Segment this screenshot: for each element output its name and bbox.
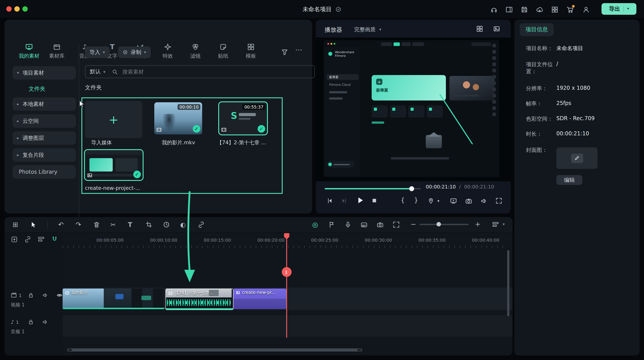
sidebar-item-cloud[interactable]: ▸ 云空间: [12, 114, 76, 128]
sidebar-item-compound-clip[interactable]: ▸ 复合片段: [12, 148, 76, 162]
zoom-slider-handle[interactable]: [436, 222, 441, 226]
account-icon[interactable]: [582, 6, 590, 13]
sidebar-item-photos-library[interactable]: Photos Library: [12, 165, 76, 179]
select-tool-icon[interactable]: [30, 221, 37, 228]
search-input[interactable]: [122, 68, 310, 75]
mute-icon[interactable]: [42, 319, 48, 325]
clip-image-1[interactable]: create-new-pr...: [234, 289, 286, 309]
edit-cover-button[interactable]: [571, 154, 583, 163]
subtitle-icon[interactable]: [360, 221, 368, 228]
sidebar-item-adjustment-layer[interactable]: ▸ 调整图层: [12, 131, 76, 145]
sidebar-item-project-media[interactable]: ▾ 项目素材: [12, 66, 76, 79]
caret-right-icon: ▸: [17, 136, 19, 140]
vertical-scrollbar[interactable]: [507, 250, 510, 316]
redo-icon[interactable]: ↷: [76, 221, 83, 228]
seek-bar[interactable]: [325, 186, 421, 191]
snapshot-camera-icon[interactable]: [465, 197, 472, 204]
field-label: 时长：: [526, 130, 554, 138]
zoom-in-icon[interactable]: +: [475, 220, 482, 227]
delete-icon[interactable]: [93, 221, 100, 228]
tab-templates[interactable]: 模板: [237, 43, 265, 59]
panel-layout-icon[interactable]: [505, 6, 513, 13]
notifications-icon[interactable]: [551, 6, 558, 13]
display-output-icon[interactable]: [450, 197, 457, 204]
zoom-out-icon[interactable]: −: [410, 220, 418, 227]
cart-badge: [572, 5, 575, 7]
default-filter-dropdown[interactable]: 默认▾: [90, 68, 105, 75]
add-to-track-icon[interactable]: [11, 236, 18, 243]
cloud-upload-icon[interactable]: [536, 6, 544, 13]
voiceover-mic-icon[interactable]: [344, 221, 352, 228]
zoom-slider[interactable]: [420, 224, 469, 225]
assistant-icon[interactable]: [490, 6, 498, 13]
sidebar-item-folder[interactable]: 文件夹: [12, 83, 76, 95]
marker-chevron-icon[interactable]: ▾: [438, 199, 440, 203]
clip-video-2-selected[interactable]: 【74】2-第十七章...: [166, 289, 234, 310]
tab-stock-media[interactable]: 素材库: [43, 43, 71, 59]
quality-dropdown[interactable]: 完整画质▾: [350, 24, 386, 35]
ruler-tick: 00:00:05:00: [92, 238, 128, 242]
export-button[interactable]: 导出 ▾: [602, 3, 636, 15]
mark-in-icon[interactable]: {: [401, 196, 405, 204]
playhead-pin[interactable]: [284, 233, 289, 237]
playhead[interactable]: [286, 234, 287, 338]
player-media-icon[interactable]: [493, 25, 500, 33]
snap-magnet-icon[interactable]: [51, 236, 58, 243]
edit-button[interactable]: 编辑: [556, 175, 582, 185]
cover-thumbnail[interactable]: [556, 147, 598, 169]
sidebar-divider: [79, 45, 79, 229]
chevron-down-icon: ▾: [379, 27, 381, 32]
player-layout-icon[interactable]: [476, 25, 484, 33]
save-project-icon[interactable]: [520, 6, 528, 13]
auto-ripple-icon[interactable]: [24, 236, 31, 243]
tab-my-media[interactable]: 我的素材: [15, 43, 43, 59]
drag-arrow-annotation: [179, 191, 206, 285]
tab-filters[interactable]: 滤镜: [182, 43, 209, 59]
split-playhead-badge[interactable]: ✂: [282, 267, 292, 277]
chevron-down-icon[interactable]: ▾: [503, 222, 505, 226]
fit-timeline-icon[interactable]: [393, 221, 400, 228]
mute-icon[interactable]: [42, 292, 48, 298]
minimize-window-button[interactable]: [14, 6, 20, 12]
track-manager-icon[interactable]: ⊞: [12, 221, 20, 228]
lock-icon[interactable]: [28, 319, 34, 325]
filter-icon[interactable]: [281, 48, 288, 56]
close-window-button[interactable]: [6, 6, 12, 12]
caret-right-icon: ▸: [17, 102, 19, 106]
stop-icon[interactable]: [371, 197, 378, 204]
visibility-icon[interactable]: [56, 292, 62, 298]
tab-project-info[interactable]: 项目信息: [520, 23, 554, 36]
seek-handle[interactable]: [409, 186, 414, 191]
track-height-icon[interactable]: [492, 221, 499, 228]
horizontal-scrollbar[interactable]: [67, 348, 362, 352]
record-button[interactable]: 录制▾: [118, 46, 150, 58]
sidebar-item-local-media[interactable]: ▸ 本地素材: [12, 97, 76, 111]
tab-stickers[interactable]: 贴纸: [209, 43, 237, 59]
undo-icon[interactable]: ↶: [58, 221, 65, 228]
clip-accent-bar: [62, 308, 164, 309]
split-scissors-icon[interactable]: ✂: [110, 221, 118, 228]
next-frame-icon[interactable]: [341, 197, 348, 204]
lock-icon[interactable]: [28, 292, 34, 298]
fullscreen-icon[interactable]: [496, 197, 502, 204]
tab-effects[interactable]: 特效: [154, 43, 182, 59]
marker-icon[interactable]: [328, 221, 336, 228]
mark-out-icon[interactable]: }: [414, 196, 418, 204]
zoom-window-button[interactable]: [22, 6, 28, 12]
volume-icon[interactable]: [480, 197, 488, 204]
more-options-icon[interactable]: ⋯: [295, 45, 303, 54]
cart-icon[interactable]: [566, 6, 574, 13]
import-button[interactable]: 导入▾: [85, 46, 109, 58]
crop-icon[interactable]: [145, 221, 152, 228]
filmora-window: 未命名项目 导出 ▾ 我的素材 素材库 ♪ 音频: [0, 0, 644, 360]
previous-frame-icon[interactable]: [326, 197, 333, 204]
track-rows-icon[interactable]: [38, 236, 45, 243]
crop-fit-icon[interactable]: [376, 221, 384, 228]
add-text-icon[interactable]: T: [128, 221, 135, 228]
render-preview-icon[interactable]: ◎: [312, 221, 318, 229]
preview-card-label: 新專案: [376, 88, 388, 93]
speed-icon[interactable]: [163, 221, 170, 228]
play-icon[interactable]: [356, 196, 364, 204]
clip-video-1[interactable]: 我的影片: [62, 289, 164, 309]
marker-pin-icon[interactable]: [428, 197, 434, 204]
